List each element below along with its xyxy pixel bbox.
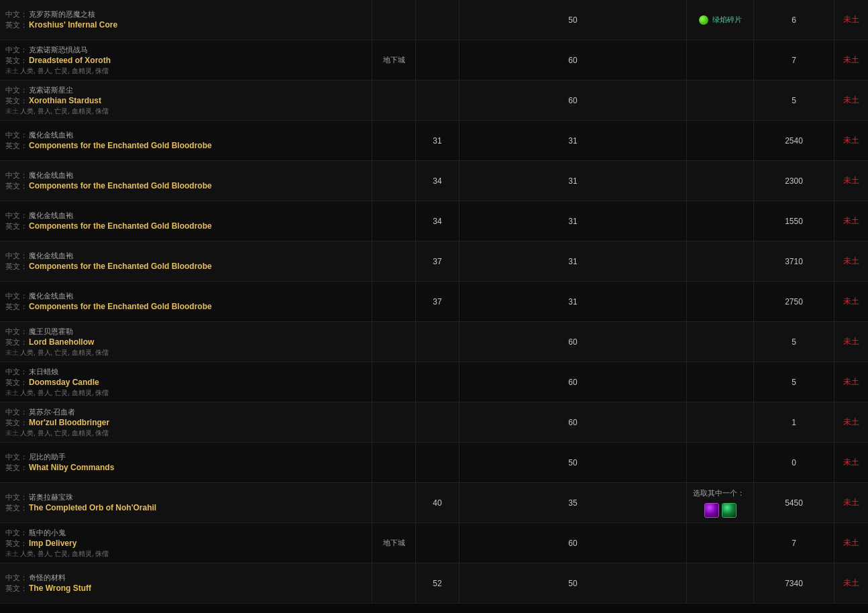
name-cell: 中文：魔王贝恩霍勒英文：Lord Banehollow未土人类, 兽人, 亡灵,… [0, 322, 372, 361]
count-cell: 2300 [754, 161, 834, 201]
table-row[interactable]: 中文：尼比的助手英文：What Niby Commands500未土 [0, 443, 868, 483]
max-level-cell: 31 [459, 121, 687, 160]
count-cell: 1 [754, 402, 834, 442]
name-cell: 中文：魔化金线血袍英文：Components for the Enchanted… [0, 282, 372, 321]
max-level-cell: 31 [459, 201, 687, 241]
type-cell [372, 443, 416, 482]
type-cell [372, 483, 416, 522]
status-cell: 未土 [834, 322, 868, 361]
reward-text: 绿焰碎片 [712, 15, 742, 25]
type-cell [372, 362, 416, 402]
table-row[interactable]: 中文：诺奥拉赫宝珠英文：The Completed Orb of Noh'Ora… [0, 483, 868, 523]
type-cell [372, 241, 416, 281]
reward-cell [687, 161, 754, 201]
reward-cell [687, 362, 754, 402]
min-level-cell: 31 [416, 121, 459, 160]
table-row[interactable]: 中文：魔化金线血袍英文：Components for the Enchanted… [0, 241, 868, 282]
name-cell: 中文：魔化金线血袍英文：Components for the Enchanted… [0, 241, 372, 281]
status-cell: 未土 [834, 121, 868, 160]
name-cell: 中文：魔化金线血袍英文：Components for the Enchanted… [0, 201, 372, 241]
min-level-cell [416, 0, 459, 40]
min-level-cell: 34 [416, 201, 459, 241]
status-cell: 未土 [834, 40, 868, 80]
orb-icon [704, 503, 719, 518]
type-cell [372, 282, 416, 321]
count-cell: 3710 [754, 241, 834, 281]
choose-label: 选取其中一个： [693, 488, 745, 498]
max-level-cell: 35 [459, 483, 687, 522]
reward-cell [687, 322, 754, 361]
count-cell: 5 [754, 322, 834, 361]
status-cell: 未土 [834, 443, 868, 482]
status-cell: 未土 [834, 201, 868, 241]
table-row[interactable]: 中文：克索诺斯星尘英文：Xorothian Stardust未土人类, 兽人, … [0, 80, 868, 121]
min-level-cell [416, 322, 459, 361]
table-row[interactable]: 中文：克索诺斯恐惧战马英文：Dreadsteed of Xoroth未土人类, … [0, 40, 868, 80]
max-level-cell: 50 [459, 0, 687, 40]
table-row[interactable]: 中文：魔化金线血袍英文：Components for the Enchanted… [0, 161, 868, 201]
count-cell: 7340 [754, 563, 834, 603]
name-cell: 中文：魔化金线血袍英文：Components for the Enchanted… [0, 121, 372, 160]
max-level-cell: 60 [459, 523, 687, 563]
name-cell: 中文：瓶中的小鬼英文：Imp Delivery未土人类, 兽人, 亡灵, 血精灵… [0, 523, 372, 563]
max-level-cell: 60 [459, 322, 687, 361]
reward-cell: 绿焰碎片 [687, 0, 754, 40]
status-cell: 未土 [834, 80, 868, 120]
min-level-cell: 37 [416, 241, 459, 281]
name-cell: 中文：莫苏尔·召血者英文：Mor'zul Bloodbringer未土人类, 兽… [0, 402, 372, 442]
reward-cell [687, 80, 754, 120]
reward-cell [687, 563, 754, 603]
type-cell [372, 563, 416, 603]
table-row[interactable]: 中文：末日蜡烛英文：Doomsday Candle未土人类, 兽人, 亡灵, 血… [0, 362, 868, 402]
reward-cell [687, 402, 754, 442]
min-level-cell: 52 [416, 563, 459, 603]
table-row[interactable]: 中文：奇怪的材料英文：The Wrong Stuff52507340未土 [0, 563, 868, 604]
min-level-cell [416, 402, 459, 442]
reward-cell [687, 443, 754, 482]
type-cell [372, 161, 416, 201]
min-level-cell [416, 523, 459, 563]
table-row[interactable]: 中文：魔化金线血袍英文：Components for the Enchanted… [0, 121, 868, 161]
max-level-cell: 60 [459, 40, 687, 80]
count-cell: 5 [754, 80, 834, 120]
max-level-cell: 60 [459, 362, 687, 402]
type-cell: 地下城 [372, 523, 416, 563]
quest-table: 中文：克罗苏斯的恶魔之核英文：Kroshius' Infernal Core50… [0, 0, 868, 604]
type-cell: 地下城 [372, 40, 416, 80]
max-level-cell: 50 [459, 563, 687, 603]
table-row[interactable]: 中文：魔王贝恩霍勒英文：Lord Banehollow未土人类, 兽人, 亡灵,… [0, 322, 868, 362]
max-level-cell: 60 [459, 402, 687, 442]
max-level-cell: 50 [459, 443, 687, 482]
table-row[interactable]: 中文：莫苏尔·召血者英文：Mor'zul Bloodbringer未土人类, 兽… [0, 402, 868, 443]
reward-cell [687, 121, 754, 160]
table-row[interactable]: 中文：克罗苏斯的恶魔之核英文：Kroshius' Infernal Core50… [0, 0, 868, 40]
name-cell: 中文：尼比的助手英文：What Niby Commands [0, 443, 372, 482]
count-cell: 2540 [754, 121, 834, 160]
table-row[interactable]: 中文：魔化金线血袍英文：Components for the Enchanted… [0, 282, 868, 322]
name-cell: 中文：克索诺斯恐惧战马英文：Dreadsteed of Xoroth未土人类, … [0, 40, 372, 80]
min-level-cell [416, 40, 459, 80]
count-cell: 0 [754, 443, 834, 482]
max-level-cell: 31 [459, 161, 687, 201]
status-cell: 未土 [834, 161, 868, 201]
reward-cell [687, 201, 754, 241]
count-cell: 2750 [754, 282, 834, 321]
min-level-cell [416, 362, 459, 402]
name-cell: 中文：奇怪的材料英文：The Wrong Stuff [0, 563, 372, 603]
status-cell: 未土 [834, 0, 868, 40]
reward-cell [687, 40, 754, 80]
type-cell [372, 322, 416, 361]
count-cell: 5 [754, 362, 834, 402]
min-level-cell [416, 443, 459, 482]
name-cell: 中文：魔化金线血袍英文：Components for the Enchanted… [0, 161, 372, 201]
status-cell: 未土 [834, 402, 868, 442]
max-level-cell: 60 [459, 80, 687, 120]
table-row[interactable]: 中文：魔化金线血袍英文：Components for the Enchanted… [0, 201, 868, 241]
min-level-cell [416, 80, 459, 120]
status-cell: 未土 [834, 483, 868, 522]
status-cell: 未土 [834, 241, 868, 281]
reward-cell: 选取其中一个： [687, 483, 754, 522]
status-cell: 未土 [834, 523, 868, 563]
table-row[interactable]: 中文：瓶中的小鬼英文：Imp Delivery未土人类, 兽人, 亡灵, 血精灵… [0, 523, 868, 563]
status-cell: 未土 [834, 362, 868, 402]
